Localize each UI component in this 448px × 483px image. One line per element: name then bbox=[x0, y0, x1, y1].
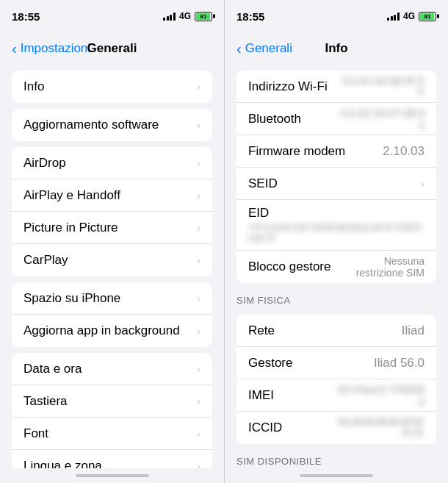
left-menu-label-update: Aggiornamento software bbox=[24, 118, 197, 132]
right-row-bluetooth: Bluetooth CA:AC:84:FF:88:84 bbox=[236, 103, 436, 135]
left-menu-label-pip: Picture in Picture bbox=[24, 221, 197, 235]
right-row-imei: IMEI 35 F4ea22 7F8558 a bbox=[236, 379, 436, 412]
right-status-bar: 18:55 4G 81 bbox=[225, 0, 448, 32]
left-chevron-pip-icon: › bbox=[197, 222, 200, 234]
right-content: Indirizzo Wi-Fi CA:AC:84:98:55:5F Blueto… bbox=[225, 65, 448, 468]
right-nav-title: Info bbox=[325, 41, 347, 56]
left-back-button[interactable]: ‹ Impostazioni bbox=[12, 40, 90, 57]
left-menu-item-airplay[interactable]: AirPlay e Handoff › bbox=[12, 179, 212, 212]
left-chevron-storage-icon: › bbox=[197, 293, 200, 304]
right-back-chevron-icon: ‹ bbox=[236, 40, 242, 57]
left-signal-icon bbox=[163, 12, 176, 21]
left-menu-item-airdrop[interactable]: AirDrop › bbox=[12, 147, 212, 179]
left-menu-item-font[interactable]: Font › bbox=[12, 418, 212, 450]
left-back-label: Impostazioni bbox=[21, 41, 90, 56]
left-menu-item-carplay[interactable]: CarPlay › bbox=[12, 244, 212, 276]
left-menu-label-keyboard: Tastiera bbox=[24, 394, 197, 409]
left-network-label: 4G bbox=[179, 11, 191, 21]
left-content: Info › Aggiornamento software › AirDrop … bbox=[0, 65, 224, 468]
left-chevron-datetime-icon: › bbox=[197, 363, 200, 375]
right-label-seid: SEID bbox=[248, 176, 336, 191]
left-section-update: Aggiornamento software › bbox=[12, 109, 212, 141]
left-menu-label-datetime: Data e ora bbox=[24, 362, 197, 376]
left-menu-item-bgrefresh[interactable]: Aggiorna app in background › bbox=[12, 315, 212, 347]
left-menu-item-pip[interactable]: Picture in Picture › bbox=[12, 212, 212, 244]
right-section-header-simdisponibile: SIM DISPONIBILE bbox=[225, 450, 448, 468]
right-back-button[interactable]: ‹ Generali bbox=[236, 40, 292, 57]
right-value-eid: 7FF1164F19F79F8F9E4B4A4F4F7F8F9F8F7F bbox=[248, 222, 424, 244]
left-chevron-airdrop-icon: › bbox=[197, 157, 200, 169]
left-chevron-bgrefresh-icon: › bbox=[197, 325, 200, 337]
right-label-rete: Rete bbox=[248, 323, 336, 338]
right-row-blocco: Blocco gestore Nessuna restrizione SIM bbox=[236, 251, 436, 283]
left-section-air: AirDrop › AirPlay e Handoff › Picture in… bbox=[12, 147, 212, 276]
right-home-indicator bbox=[225, 468, 448, 483]
right-label-bluetooth: Bluetooth bbox=[248, 112, 336, 126]
right-value-imei: 35 F4ea22 7F8558 a bbox=[336, 384, 424, 407]
left-home-indicator bbox=[0, 468, 224, 483]
left-status-icons: 4G 81 bbox=[163, 11, 212, 21]
right-row-iccid: ICCID 89 8F8F8F8F4F6F7F7F bbox=[236, 412, 436, 444]
right-network-label: 4G bbox=[403, 11, 415, 21]
left-chevron-airplay-icon: › bbox=[197, 190, 200, 201]
left-nav-title: Generali bbox=[87, 41, 137, 56]
right-row-gestore: Gestore Iliad 56.0 bbox=[236, 347, 436, 379]
right-row-eid: EID 7FF1164F19F79F8F9E4B4A4F4F7F8F9F8F7F bbox=[236, 200, 436, 251]
right-value-wifi: CA:AC:84:98:55:5F bbox=[336, 75, 424, 99]
right-row-wifi: Indirizzo Wi-Fi CA:AC:84:98:55:5F bbox=[236, 71, 436, 103]
right-value-firmware: 2.10.03 bbox=[345, 144, 424, 159]
right-status-icons: 4G 81 bbox=[387, 11, 436, 21]
left-status-bar: 18:55 4G 81 bbox=[0, 0, 224, 32]
right-nav-bar: ‹ Generali Info bbox=[225, 32, 448, 65]
right-value-rete: Iliad bbox=[336, 323, 424, 338]
right-section-main: Indirizzo Wi-Fi CA:AC:84:98:55:5F Blueto… bbox=[236, 71, 436, 283]
left-chevron-update-icon: › bbox=[197, 119, 200, 131]
left-menu-label-info: Info bbox=[24, 79, 197, 94]
left-menu-item-update[interactable]: Aggiornamento software › bbox=[12, 109, 212, 141]
left-nav-bar: ‹ Impostazioni Generali bbox=[0, 32, 224, 65]
left-menu-label-font: Font bbox=[24, 426, 197, 441]
left-menu-label-storage: Spazio su iPhone bbox=[24, 291, 197, 306]
left-menu-label-airdrop: AirDrop bbox=[24, 156, 197, 171]
right-label-blocco: Blocco gestore bbox=[248, 260, 336, 274]
left-chevron-carplay-icon: › bbox=[197, 254, 200, 266]
right-value-blocco: Nessuna restrizione SIM bbox=[336, 255, 424, 279]
left-menu-item-language[interactable]: Lingua e zona › bbox=[12, 450, 212, 468]
left-chevron-language-icon: › bbox=[197, 460, 200, 469]
left-chevron-font-icon: › bbox=[197, 428, 200, 440]
right-label-gestore: Gestore bbox=[248, 356, 336, 371]
right-back-label: Generali bbox=[245, 41, 292, 56]
right-value-gestore: Iliad 56.0 bbox=[336, 356, 424, 371]
left-status-time: 18:55 bbox=[12, 10, 40, 23]
right-label-iccid: ICCID bbox=[248, 421, 336, 435]
right-status-time: 18:55 bbox=[236, 10, 264, 23]
right-chevron-seid-icon: › bbox=[421, 178, 424, 190]
right-section-simfisica: Rete Iliad Gestore Iliad 56.0 IMEI 35 F4… bbox=[236, 315, 436, 444]
right-value-bluetooth: CA:AC:84:FF:88:84 bbox=[336, 107, 424, 131]
left-menu-label-airplay: AirPlay e Handoff bbox=[24, 188, 197, 203]
right-signal-icon bbox=[387, 12, 400, 21]
right-value-iccid: 89 8F8F8F8F4F6F7F7F bbox=[336, 416, 424, 440]
right-row-seid[interactable]: SEID › bbox=[236, 168, 436, 200]
left-section-storage: Spazio su iPhone › Aggiorna app in backg… bbox=[12, 282, 212, 347]
right-row-firmware: Firmware modem 2.10.03 bbox=[236, 135, 436, 168]
left-battery-icon: 81 bbox=[195, 12, 212, 21]
left-menu-label-bgrefresh: Aggiorna app in background bbox=[24, 323, 197, 338]
right-section-header-simfisica: SIM FISICA bbox=[225, 289, 448, 309]
left-chevron-keyboard-icon: › bbox=[197, 396, 200, 407]
right-label-wifi: Indirizzo Wi-Fi bbox=[248, 79, 336, 94]
left-panel: 18:55 4G 81 ‹ Impostazioni Generali bbox=[0, 0, 224, 483]
right-battery-icon: 81 bbox=[419, 12, 436, 21]
left-menu-item-info[interactable]: Info › bbox=[12, 71, 212, 103]
left-section-locale: Data e ora › Tastiera › Font › Lingua e … bbox=[12, 353, 212, 468]
left-menu-label-language: Lingua e zona bbox=[24, 459, 197, 469]
right-row-rete: Rete Iliad bbox=[236, 315, 436, 347]
left-menu-label-carplay: CarPlay bbox=[24, 253, 197, 268]
left-menu-item-keyboard[interactable]: Tastiera › bbox=[12, 385, 212, 418]
right-panel: 18:55 4G 81 ‹ Generali Info bbox=[224, 0, 448, 483]
left-back-chevron-icon: ‹ bbox=[12, 40, 17, 57]
left-section-info: Info › bbox=[12, 71, 212, 103]
left-menu-item-storage[interactable]: Spazio su iPhone › bbox=[12, 282, 212, 315]
left-menu-item-datetime[interactable]: Data e ora › bbox=[12, 353, 212, 385]
left-chevron-info-icon: › bbox=[197, 81, 200, 93]
